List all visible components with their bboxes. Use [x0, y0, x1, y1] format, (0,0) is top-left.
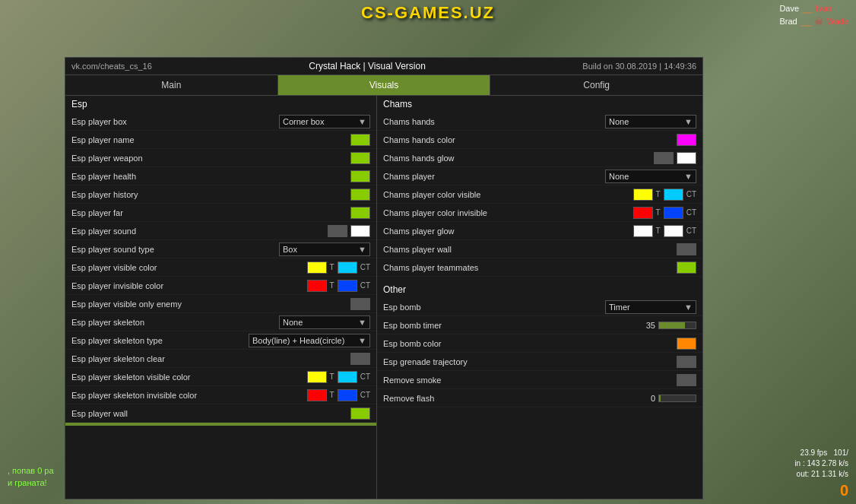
esp-player-skeleton-value: None [283, 318, 303, 327]
esp-skel-invisible-ct-swatch[interactable] [338, 389, 357, 401]
tab-main[interactable]: Main [65, 75, 278, 95]
content: Esp Esp player box Corner box ▼ Esp play… [65, 96, 702, 499]
table-row: Esp player box Corner box ▼ [65, 113, 376, 131]
esp-player-far-swatch[interactable] [350, 207, 370, 219]
chams-glow-t-swatch[interactable] [633, 225, 653, 237]
chams-player-teammates-swatch[interactable] [677, 262, 696, 274]
table-row: Esp grenade trajectory [377, 353, 702, 371]
bottom-text-1: , попав 0 ра [8, 465, 54, 477]
ct-label: CT [686, 208, 696, 217]
chams-hands-glow-label: Chams hands glow [383, 154, 654, 163]
esp-player-weapon-control [350, 152, 370, 164]
chams-player-color-invisible-control: T CT [633, 207, 696, 219]
chams-hands-value: None [609, 117, 629, 126]
chams-hands-glow-control [654, 152, 696, 164]
player-row-1: Dave ⎯⎯ Ivan [779, 3, 848, 14]
remove-flash-slider[interactable] [658, 395, 696, 402]
esp-skel-visible-ct-swatch[interactable] [338, 371, 357, 383]
main-panel: vk.com/cheats_cs_16 Crystal Hack | Visua… [65, 57, 703, 499]
chevron-down-icon: ▼ [684, 117, 693, 126]
esp-bomb-timer-slider[interactable] [658, 322, 696, 329]
chams-player-color-visible-label: Chams player color visible [383, 190, 633, 199]
tabs: Main Visuals Config [65, 75, 702, 96]
chams-player-wall-swatch[interactable] [677, 243, 696, 255]
esp-player-far-control [350, 207, 370, 219]
panel-header: vk.com/cheats_cs_16 Crystal Hack | Visua… [65, 58, 702, 75]
esp-player-sound-swatch1[interactable] [328, 225, 347, 237]
remove-flash-control: 0 [637, 394, 696, 403]
t-label: T [330, 391, 334, 399]
t-label: T [656, 190, 661, 198]
esp-player-sound-swatch2[interactable] [350, 225, 370, 237]
chams-visible-ct-swatch[interactable] [664, 189, 683, 201]
esp-player-sound-type-dropdown[interactable]: Box ▼ [279, 242, 370, 256]
esp-section-header: Esp [65, 96, 376, 113]
esp-visible-t-swatch[interactable] [307, 262, 327, 274]
chams-hands-dropdown[interactable]: None ▼ [605, 115, 696, 128]
remove-smoke-swatch[interactable] [677, 374, 696, 386]
esp-invisible-t-swatch[interactable] [307, 280, 327, 292]
esp-bomb-timer-value: 35 [637, 321, 655, 330]
esp-player-invisible-color-control: T CT [307, 280, 370, 292]
ct-label: CT [686, 190, 696, 198]
chevron-down-icon: ▼ [684, 172, 693, 181]
chams-glow-ct-swatch[interactable] [664, 225, 683, 237]
bottom-left-text: , попав 0 ра и гранатa! [8, 465, 54, 489]
esp-player-box-dropdown[interactable]: Corner box ▼ [279, 115, 370, 128]
esp-player-skeleton-type-dropdown[interactable]: Body(line) + Head(circle) ▼ [249, 334, 370, 347]
chams-player-value: None [609, 172, 629, 181]
esp-player-skeleton-dropdown[interactable]: None ▼ [279, 315, 370, 329]
chevron-down-icon: ▼ [358, 245, 366, 254]
hud-in: in : 143 2.78 k/s [794, 458, 848, 469]
esp-player-name-label: Esp player name [71, 135, 350, 144]
hud-out: out: 21 1.31 k/s [794, 469, 848, 480]
gun-icon-2: ⎯⎯ [801, 16, 811, 27]
chams-player-teammates-control [677, 262, 696, 274]
esp-invisible-ct-swatch[interactable] [338, 280, 357, 292]
tab-config[interactable]: Config [490, 75, 702, 95]
esp-player-weapon-swatch[interactable] [350, 152, 370, 164]
esp-bomb-control: Timer ▼ [605, 300, 696, 314]
esp-visible-only-enemy-swatch[interactable] [350, 298, 370, 310]
esp-player-box-label: Esp player box [71, 117, 279, 126]
chams-hands-glow-swatch2[interactable] [677, 152, 696, 164]
esp-player-history-swatch[interactable] [350, 189, 370, 201]
table-row: Esp player skeleton None ▼ [65, 313, 376, 331]
table-row: Chams player None ▼ [377, 167, 702, 185]
chams-player-control: None ▼ [605, 170, 696, 183]
esp-bomb-timer-fill [659, 322, 685, 328]
esp-player-health-swatch[interactable] [350, 170, 370, 182]
table-row: Remove flash 0 [377, 389, 702, 407]
remove-flash-label: Remove flash [383, 394, 637, 403]
hud-fps: 23.9 fps 101/ [794, 448, 848, 458]
esp-player-visible-color-label: Esp player visible color [71, 263, 307, 272]
player-row-2: Brad ⎯⎯ ☠ Wade [779, 15, 848, 27]
esp-player-visible-color-control: T CT [307, 262, 370, 274]
esp-player-skeleton-type-control: Body(line) + Head(circle) ▼ [249, 334, 370, 347]
chams-invisible-ct-swatch[interactable] [664, 207, 683, 219]
esp-grenade-trajectory-swatch[interactable] [677, 356, 696, 368]
chams-hands-color-swatch[interactable] [677, 134, 696, 146]
esp-skel-invisible-t-swatch[interactable] [307, 389, 327, 401]
esp-bomb-color-swatch[interactable] [677, 338, 696, 350]
chams-visible-t-swatch[interactable] [633, 189, 653, 201]
chams-hands-glow-swatch1[interactable] [654, 152, 674, 164]
esp-player-name-swatch[interactable] [350, 134, 370, 146]
remove-flash-fill [659, 395, 661, 401]
esp-skeleton-clear-swatch[interactable] [350, 353, 370, 365]
esp-bomb-color-label: Esp bomb color [383, 339, 677, 348]
esp-visible-ct-swatch[interactable] [338, 262, 357, 274]
chams-hands-color-control [677, 134, 696, 146]
chams-invisible-t-swatch[interactable] [633, 207, 653, 219]
table-row: Esp player invisible color T CT [65, 277, 376, 295]
table-row: Esp player skeleton clear [65, 350, 376, 368]
table-row: Chams player color invisible T CT [377, 204, 702, 222]
chams-hands-control: None ▼ [605, 115, 696, 128]
esp-player-wall-swatch[interactable] [350, 407, 370, 420]
esp-bomb-dropdown[interactable]: Timer ▼ [605, 300, 696, 314]
table-row: Chams player color visible T CT [377, 185, 702, 204]
esp-skel-visible-t-swatch[interactable] [307, 371, 327, 383]
esp-player-skeleton-control: None ▼ [279, 315, 370, 329]
tab-visuals[interactable]: Visuals [278, 75, 491, 95]
chams-player-dropdown[interactable]: None ▼ [605, 170, 696, 183]
